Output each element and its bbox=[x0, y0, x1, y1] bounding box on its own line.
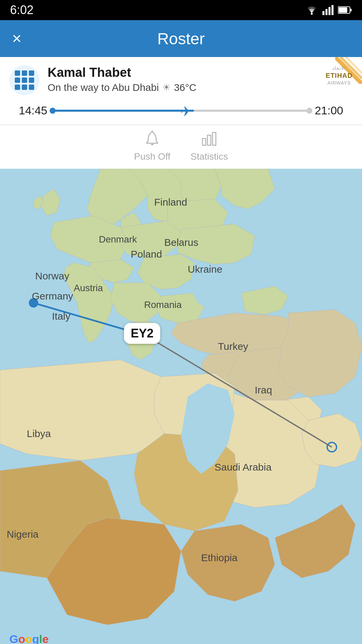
svg-text:Turkey: Turkey bbox=[218, 341, 248, 352]
avatar-dot bbox=[15, 85, 20, 90]
wifi-icon bbox=[305, 5, 318, 15]
track-end-dot bbox=[306, 108, 312, 114]
track-start-dot bbox=[50, 108, 56, 114]
header: × Roster bbox=[0, 20, 362, 57]
avatar-dot bbox=[22, 70, 27, 76]
stats-button[interactable]: Statistics bbox=[190, 130, 228, 162]
alarm-button[interactable]: Push Off bbox=[134, 130, 170, 162]
svg-rect-3 bbox=[328, 7, 330, 15]
svg-text:Poland: Poland bbox=[131, 249, 162, 260]
google-g: G bbox=[9, 633, 18, 644]
google-watermark: Google bbox=[9, 633, 49, 644]
map-container[interactable]: Norway Finland Denmark Belarus Poland Ge… bbox=[0, 169, 362, 644]
action-bar: Push Off Statistics bbox=[0, 125, 362, 169]
avatar-dot bbox=[29, 77, 34, 83]
close-button[interactable]: × bbox=[12, 31, 21, 47]
avatar-dot bbox=[29, 85, 34, 90]
departure-time: 14:45 bbox=[19, 104, 47, 117]
svg-text:Belarus: Belarus bbox=[164, 237, 198, 248]
svg-text:Nigeria: Nigeria bbox=[7, 529, 39, 540]
info-text: Kamal Thabet On the way to Abu Dhabi ☀ 3… bbox=[48, 65, 353, 93]
svg-point-0 bbox=[311, 13, 313, 15]
google-g2: g bbox=[32, 633, 39, 644]
info-top: Kamal Thabet On the way to Abu Dhabi ☀ 3… bbox=[9, 65, 353, 95]
stats-icon bbox=[200, 130, 218, 150]
svg-text:Iraq: Iraq bbox=[255, 384, 272, 395]
status-time: 6:02 bbox=[10, 3, 34, 17]
svg-text:Norway: Norway bbox=[35, 270, 69, 281]
avatar-dot bbox=[15, 70, 20, 76]
svg-text:Saudi Arabia: Saudi Arabia bbox=[215, 462, 272, 473]
svg-text:Romania: Romania bbox=[144, 300, 182, 310]
temperature: 36°C bbox=[174, 82, 196, 93]
info-panel: Kamal Thabet On the way to Abu Dhabi ☀ 3… bbox=[0, 57, 362, 125]
etihad-logo: الاتحاد ETIHAD AIRWAYS bbox=[326, 65, 353, 86]
svg-text:Finland: Finland bbox=[154, 197, 187, 208]
svg-rect-14 bbox=[213, 132, 216, 145]
status-bar: 6:02 bbox=[0, 0, 362, 20]
google-o1: o bbox=[18, 633, 25, 644]
svg-rect-6 bbox=[350, 9, 352, 11]
svg-text:Ukraine: Ukraine bbox=[188, 264, 222, 275]
svg-text:Germany: Germany bbox=[32, 290, 73, 302]
svg-text:Denmark: Denmark bbox=[99, 234, 137, 245]
map-svg: Norway Finland Denmark Belarus Poland Ge… bbox=[0, 169, 362, 644]
alarm-label: Push Off bbox=[134, 151, 170, 162]
header-title: Roster bbox=[157, 30, 204, 48]
arrival-time: 21:00 bbox=[315, 104, 343, 117]
signal-icon bbox=[322, 5, 334, 15]
route-text: On the way to Abu Dhabi ☀ 36°C bbox=[48, 82, 353, 93]
svg-text:Austria: Austria bbox=[74, 283, 103, 293]
status-icons bbox=[305, 5, 352, 15]
avatar-dot bbox=[22, 85, 27, 90]
google-e: e bbox=[42, 633, 49, 644]
svg-text:Libya: Libya bbox=[27, 428, 51, 439]
google-o2: o bbox=[25, 633, 32, 644]
stats-label: Statistics bbox=[190, 151, 228, 162]
plane-icon: ✈ bbox=[180, 104, 192, 119]
svg-rect-7 bbox=[339, 7, 347, 13]
avatar-dot bbox=[29, 70, 34, 76]
alarm-icon bbox=[143, 130, 161, 150]
svg-rect-12 bbox=[202, 139, 206, 145]
svg-text:Italy: Italy bbox=[52, 311, 70, 322]
svg-rect-4 bbox=[331, 5, 334, 15]
passenger-name: Kamal Thabet bbox=[48, 65, 353, 80]
svg-rect-13 bbox=[207, 135, 211, 145]
avatar-grid bbox=[15, 70, 34, 90]
timeline-track: ✈ bbox=[53, 110, 309, 112]
route-label: On the way to Abu Dhabi bbox=[48, 82, 159, 93]
google-l: l bbox=[39, 633, 42, 644]
avatar bbox=[9, 65, 40, 95]
svg-rect-2 bbox=[325, 9, 327, 15]
avatar-dot bbox=[15, 77, 20, 83]
sun-icon: ☀ bbox=[162, 82, 171, 93]
timeline: 14:45 ✈ 21:00 bbox=[9, 98, 353, 124]
svg-rect-1 bbox=[322, 11, 324, 15]
battery-icon bbox=[338, 6, 352, 14]
avatar-dot bbox=[22, 77, 27, 83]
svg-text:Ethiopia: Ethiopia bbox=[201, 552, 238, 563]
flight-label: EY2 bbox=[124, 323, 160, 344]
